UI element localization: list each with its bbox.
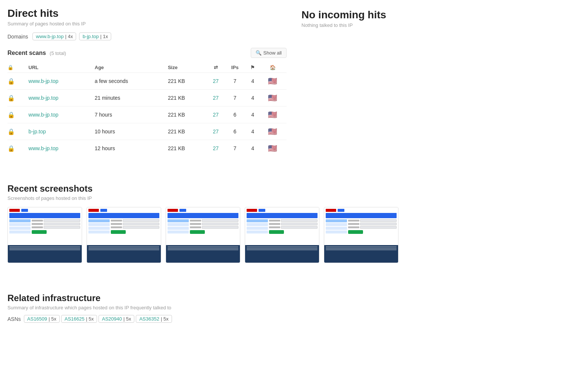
thumb-nav [326, 213, 397, 218]
no-incoming-title: No incoming hits [301, 9, 581, 21]
domain-tag-1[interactable]: www.b-jp.top | 4x [32, 33, 76, 40]
country-cell: 🇺🇸 [262, 140, 287, 157]
thumb-bottom-line [247, 246, 318, 247]
screenshot-thumbnail[interactable] [166, 207, 240, 263]
lock-cell: 🔒 [7, 140, 28, 157]
thumb-bottom-line [9, 249, 80, 250]
domain-link-2[interactable]: b-jp.top [82, 34, 98, 39]
thumb-sidebar-item [88, 223, 110, 226]
scans-count: (5 total) [50, 50, 66, 56]
url-link[interactable]: b-jp.top [28, 129, 46, 134]
country-cell: 🇺🇸 [262, 73, 287, 90]
thumb-input [360, 223, 397, 225]
thumb-label [190, 226, 201, 228]
asn-tag-3[interactable]: AS20940 | 5x [98, 315, 134, 323]
thumb-input [281, 223, 318, 225]
thumb-main-content [32, 219, 80, 238]
thumb-sidebar-item [88, 219, 110, 222]
thumb-input [44, 226, 80, 229]
asn-link-1[interactable]: AS16509 [27, 316, 47, 322]
thumb-sidebar [88, 219, 110, 238]
asns-row: ASNs AS16509 | 5xAS16625 | 5xAS20940 | 5… [7, 315, 581, 323]
col-age: Age [95, 62, 168, 73]
asn-tag-4[interactable]: AS36352 | 5x [136, 315, 172, 323]
thumb-sidebar-item [247, 227, 268, 230]
table-row: 🔒 www.b-jp.top a few seconds 221 KB 27 7… [7, 73, 287, 90]
thumb-input [123, 223, 159, 225]
thumb-btn [111, 230, 126, 234]
thumb-btn [32, 230, 47, 234]
thumb-logo [168, 209, 178, 212]
asn-tags-container: AS16509 | 5xAS16625 | 5xAS20940 | 5xAS36… [24, 315, 172, 323]
connections-cell: 27 [208, 73, 226, 90]
ips-cell: 7 [226, 140, 247, 157]
asn-link-3[interactable]: AS20940 [102, 316, 122, 322]
thumb-sidebar [247, 219, 268, 238]
asn-link-4[interactable]: AS36352 [139, 316, 159, 322]
thumb-sidebar [168, 219, 189, 238]
thumb-content-area [247, 219, 318, 238]
col-size: Size [168, 62, 209, 73]
col-connections: ⇄ [208, 62, 226, 73]
thumb-form-row [348, 223, 397, 225]
thumb-label [348, 220, 359, 222]
thumb-bottom [166, 245, 240, 263]
thumb-label [190, 223, 201, 225]
thumb-content-area [88, 219, 159, 238]
thumb-form-row [111, 219, 159, 222]
thumb-bottom [8, 245, 82, 263]
thumb-sidebar-item [326, 227, 347, 230]
screenshot-thumbnail[interactable] [87, 207, 161, 263]
country-cell: 🇺🇸 [262, 106, 287, 123]
thumb-input [202, 219, 238, 222]
url-link[interactable]: www.b-jp.top [28, 78, 58, 84]
flags-cell: 4 [247, 73, 262, 90]
col-url: URL [28, 62, 94, 73]
ips-cell: 7 [226, 90, 247, 106]
flag-icon: 🇺🇸 [268, 127, 277, 136]
thumb-form-row [111, 226, 159, 229]
domains-label: Domains [7, 34, 28, 40]
thumb-bottom-line [9, 246, 80, 247]
asn-count-1: | 5x [49, 316, 56, 322]
screenshot-inner [87, 207, 161, 263]
thumb-bottom-line [168, 249, 238, 250]
thumb-input [202, 223, 238, 225]
thumb-sidebar-item [247, 223, 268, 226]
asn-link-2[interactable]: AS16625 [65, 316, 85, 322]
url-link[interactable]: www.b-jp.top [28, 95, 58, 101]
thumb-sidebar-item [247, 231, 268, 233]
thumb-form-row [190, 223, 238, 225]
country-cell: 🇺🇸 [262, 123, 287, 140]
flag-icon: 🇺🇸 [268, 111, 277, 119]
thumb-label [111, 220, 122, 222]
screenshot-thumbnail[interactable] [7, 207, 82, 263]
thumb-header [9, 209, 80, 212]
thumb-sidebar-item [168, 219, 189, 222]
asns-label: ASNs [7, 316, 21, 322]
lock-cell: 🔒 [7, 123, 28, 140]
screenshot-thumbnail[interactable] [324, 207, 398, 263]
thumb-bottom-line [88, 249, 159, 250]
show-all-button[interactable]: 🔍 Show all [251, 48, 287, 58]
asn-tag-2[interactable]: AS16625 | 5x [61, 315, 97, 323]
thumb-main-content [111, 219, 159, 238]
domain-tag-2[interactable]: b-jp.top | 1x [79, 33, 111, 40]
thumb-header [247, 209, 318, 212]
thumb-label [348, 223, 359, 225]
thumb-logo-text [100, 209, 107, 212]
thumb-logo [247, 209, 257, 212]
screenshot-inner [8, 207, 82, 263]
url-link[interactable]: www.b-jp.top [28, 145, 58, 151]
screenshot-thumbnail[interactable] [245, 207, 319, 263]
domain-link-1[interactable]: www.b-jp.top [36, 34, 63, 39]
col-ips: IPs [226, 62, 247, 73]
lock-icon: 🔒 [7, 112, 15, 118]
screenshot-inner [245, 207, 319, 263]
thumb-form-row [190, 226, 238, 229]
search-icon: 🔍 [256, 50, 262, 56]
asn-tag-1[interactable]: AS16509 | 5x [24, 315, 60, 323]
url-link[interactable]: www.b-jp.top [28, 112, 58, 118]
thumb-logo [326, 209, 336, 212]
asn-count-4: | 5x [161, 316, 169, 322]
